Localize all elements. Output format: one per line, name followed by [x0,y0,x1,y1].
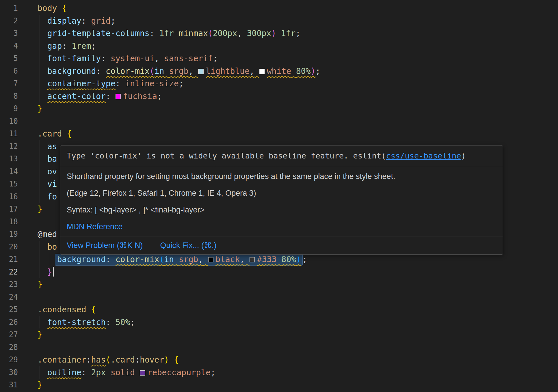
token: 1fr [159,29,174,38]
code-text [38,291,558,304]
code-line[interactable]: 28 [0,341,558,354]
color-swatch[interactable] [250,257,255,262]
code-line[interactable]: 11.card { [0,128,558,140]
code-line[interactable]: 25.condensed { [0,303,558,316]
token: .container [38,355,86,365]
warning-squiggle: color-mix [106,66,150,76]
token: : [106,92,111,101]
token: 2px [91,368,106,377]
code-line[interactable]: 29.container:has(.card:hover) { [0,354,558,366]
token: background [47,66,96,76]
code-text: background: color-mix(in srgb, black, #3… [38,253,558,266]
code-text: } [38,379,558,391]
code-line[interactable]: 23} [0,278,558,291]
indent-guide [40,27,40,40]
code-line[interactable]: 5 font-family: system-ui, sans-serif; [0,52,558,65]
code-line[interactable]: 8 accent-color: fuchsia; [0,90,558,103]
token: ba [47,154,57,164]
token: has [91,355,106,365]
token [169,355,174,365]
warning-squiggle: has [91,355,106,365]
indent-guide [40,90,40,103]
token [245,255,250,264]
line-number: 12 [0,140,18,153]
color-swatch[interactable] [259,69,265,74]
token: ; [91,41,96,51]
token [38,142,47,151]
line-number: 18 [0,216,18,228]
code-line[interactable]: 21 background: color-mix(in srgb, black,… [0,253,558,266]
token [62,129,67,139]
token: outline [47,368,81,377]
token: in [164,255,174,264]
token: lightblue [206,66,250,76]
line-number: 16 [0,191,18,203]
code-text [38,115,558,128]
code-line[interactable]: 30 outline: 2px solid rebeccapurple; [0,366,558,379]
token [277,255,282,264]
token: } [38,204,42,214]
token: ; [111,16,116,26]
indent-guide [40,241,40,253]
line-number: 2 [0,15,18,27]
diagnostic-text: Type 'color-mix' is not a widely availab… [67,151,386,160]
token [159,54,164,63]
code-text: grid-template-columns: 1fr minmax(200px,… [38,27,558,40]
code-line[interactable]: 31} [0,379,558,391]
code-line[interactable]: 4 gap: 1rem; [0,40,558,53]
code-line[interactable]: 3 grid-template-columns: 1fr minmax(200p… [0,27,558,40]
color-swatch[interactable] [116,94,121,99]
code-line[interactable]: 27} [0,328,558,341]
code-line[interactable]: 9} [0,102,558,115]
code-line[interactable]: 10 [0,115,558,128]
token [38,192,47,201]
token: 300px [247,29,271,38]
token [120,79,125,88]
token: accent-color [47,92,106,101]
code-text: container-type: inline-size; [38,77,558,90]
code-line[interactable]: 26 font-stretch: 50%; [0,316,558,329]
text-cursor [53,267,54,277]
token [254,66,259,76]
warning-squiggle [254,66,259,76]
code-line[interactable]: 6 background: color-mix(in srgb, lightbl… [0,65,558,78]
token: grid [91,16,110,26]
code-line[interactable]: 24 [0,291,558,304]
mdn-reference-link[interactable]: MDN Reference [67,222,496,232]
syntax-line: Syntax: [ <bg-layer> , ]* <final-bg-laye… [67,205,496,215]
token [86,16,91,26]
token [86,305,91,314]
color-swatch[interactable] [208,257,213,262]
token [38,167,47,176]
code-line[interactable]: 7 container-type: inline-size; [0,77,558,90]
token: : [106,318,111,327]
warning-squiggle [198,66,206,76]
indent-guide [40,65,40,78]
token: hover [140,355,164,365]
line-number: 10 [0,115,18,128]
token: font-stretch [47,318,106,327]
quick-fix-button[interactable]: Quick Fix... (⌘.) [160,240,217,250]
token: ( [106,355,111,365]
code-text: gap: 1rem; [38,40,558,53]
token: .condensed [38,305,86,314]
indent-guide [40,178,40,191]
indent-guide [40,40,40,53]
token: container-type [47,79,116,88]
token: black [215,255,240,264]
color-swatch[interactable] [198,69,204,74]
code-line[interactable]: 1body { [0,2,558,15]
code-line[interactable]: 22 } [0,266,558,279]
eslint-rule-link[interactable]: css/use-baseline [386,151,461,160]
diagnostic-message: Type 'color-mix' is not a widely availab… [60,146,503,166]
view-problem-button[interactable]: View Problem (⌘K N) [67,240,143,250]
line-number: 4 [0,40,18,53]
color-swatch[interactable] [140,370,145,376]
warning-squiggle [193,66,198,76]
code-line[interactable]: 2 display: grid; [0,15,558,27]
token: solid [111,368,135,377]
warning-squiggle [291,66,296,76]
warning-squiggle: accent-color [47,92,106,101]
hover-docs: Shorthand property for setting most back… [60,166,503,232]
token: #333 [257,255,276,264]
